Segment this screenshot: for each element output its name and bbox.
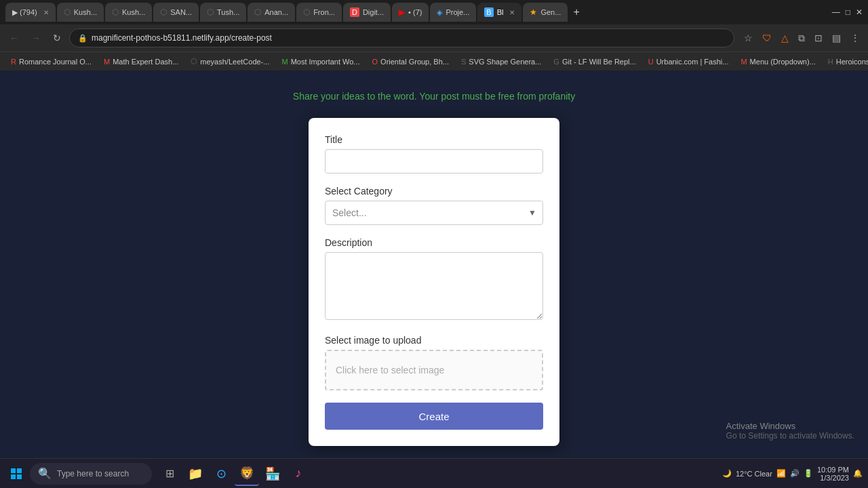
bookmark-label: Math Expert Dash... xyxy=(113,58,178,66)
taskbar-start xyxy=(5,463,27,485)
bookmark-urbanic[interactable]: U Urbanic.com | Fashi... xyxy=(643,54,734,69)
address-text: magnificent-pothos-b51811.netlify.app/cr… xyxy=(92,33,272,43)
brave-shield-icon[interactable]: 🛡 xyxy=(760,30,774,46)
tab-gh4[interactable]: ⬡ Tush... xyxy=(200,3,246,22)
bookmark-important[interactable]: M Most Important Wo... xyxy=(276,54,365,69)
description-group: Description xyxy=(325,237,543,323)
taskbar-view-button[interactable]: ⊞ xyxy=(157,462,182,486)
bookmark-svg[interactable]: S SVG Shape Genera... xyxy=(456,54,547,69)
taskbar-music-button[interactable]: ♪ xyxy=(286,462,311,486)
minimize-icon[interactable]: — xyxy=(832,7,840,17)
extensions-icon[interactable]: ⧉ xyxy=(795,30,808,47)
forward-button[interactable]: → xyxy=(27,30,45,46)
category-group: Select Category Select... ▼ xyxy=(325,186,543,225)
bookmark-leet[interactable]: ⬡ meyash/LeetCode-... xyxy=(185,54,275,69)
tab-label: SAN... xyxy=(170,8,192,16)
youtube-icon: ▶ xyxy=(399,7,405,17)
bookmark-romance[interactable]: R Romance Journal O... xyxy=(5,54,97,69)
tab-bl-active[interactable]: B Bl ✕ xyxy=(477,3,521,22)
category-select[interactable]: Select... xyxy=(325,201,543,225)
tab-gh1[interactable]: ⬡ Kush... xyxy=(57,3,104,22)
create-post-form: Title Select Category Select... ▼ Descri… xyxy=(309,118,559,446)
tab-label: Kush... xyxy=(122,8,145,16)
volume-icon[interactable]: 🔊 xyxy=(790,469,800,478)
network-icon[interactable]: 📶 xyxy=(776,469,786,478)
image-label: Select image to upload xyxy=(325,335,543,346)
tab-label: • (7) xyxy=(408,8,422,16)
sidebar-icon[interactable]: ▤ xyxy=(829,30,844,46)
music-icon: ♪ xyxy=(296,466,302,481)
bookmark-git[interactable]: G Git - LF Will Be Repl... xyxy=(548,54,641,69)
activate-windows-watermark: Activate Windows Go to Settings to activ… xyxy=(726,421,854,441)
svg-rect-2 xyxy=(11,474,16,479)
edge-icon: ⊙ xyxy=(216,466,226,481)
bookmark-heroicons[interactable]: H Heroicons xyxy=(823,54,868,69)
svg-rect-1 xyxy=(17,468,22,473)
taskbar-explorer-button[interactable]: 📁 xyxy=(183,462,208,486)
tab-close-icon[interactable]: ✕ xyxy=(43,9,49,16)
menu-icon[interactable]: ⋮ xyxy=(848,30,863,46)
bookmark-oriental[interactable]: O Oriental Group, Bh... xyxy=(367,54,454,69)
new-tab-button[interactable]: + xyxy=(569,6,583,18)
tab-gh5[interactable]: ⬡ Anan... xyxy=(248,3,295,22)
description-textarea[interactable] xyxy=(325,252,543,320)
tab-proj[interactable]: ◈ Proje... xyxy=(430,3,476,22)
windows-start-button[interactable] xyxy=(5,463,27,485)
tab-label: ▶ (794) xyxy=(12,8,37,17)
maximize-icon[interactable]: □ xyxy=(846,7,850,17)
activate-windows-subtitle: Go to Settings to activate Windows. xyxy=(726,431,854,441)
taskbar-brave-button[interactable]: 🦁 xyxy=(235,462,259,486)
address-bar[interactable]: 🔒 magnificent-pothos-b51811.netlify.app/… xyxy=(69,28,734,47)
profile-icon[interactable]: ⊡ xyxy=(812,30,825,46)
tab-yt2[interactable]: ▶ • (7) xyxy=(392,3,429,22)
page-tagline: Share your ideas to the word. Your post … xyxy=(293,91,575,102)
bookmark-menu[interactable]: M Menu (Dropdown)... xyxy=(735,54,821,69)
taskbar-date-text: 1/3/2023 xyxy=(820,474,849,482)
bookmark-favicon-menu: M xyxy=(741,58,747,66)
bookmark-favicon-svg: S xyxy=(461,58,466,66)
notification-icon[interactable]: 🔔 xyxy=(853,469,863,478)
moon-icon: 🌙 xyxy=(722,469,732,478)
back-button[interactable]: ← xyxy=(5,30,23,46)
brave-rewards-icon[interactable]: △ xyxy=(778,30,791,46)
tab-gh6[interactable]: ⬡ Fron... xyxy=(296,3,342,22)
bookmark-label: Heroicons xyxy=(836,58,868,66)
github-icon: ⬡ xyxy=(207,7,214,17)
taskbar-search-box[interactable]: 🔍 Type here to search xyxy=(30,463,152,485)
create-button[interactable]: Create xyxy=(325,403,543,430)
tab-close-active-icon[interactable]: ✕ xyxy=(509,9,515,16)
battery-icon[interactable]: 🔋 xyxy=(804,469,813,478)
taskbar-store-button[interactable]: 🏪 xyxy=(260,462,285,486)
image-upload-area[interactable]: Click here to select image xyxy=(325,350,543,390)
tab-label: Digit... xyxy=(363,8,384,16)
bookmark-star-icon[interactable]: ☆ xyxy=(741,30,755,46)
bookmark-label: Menu (Dropdown)... xyxy=(750,58,816,66)
taskbar-search-text: Type here to search xyxy=(57,469,129,479)
svg-rect-3 xyxy=(17,474,22,479)
tab-gh2[interactable]: ⬡ Kush... xyxy=(105,3,152,22)
bookmark-favicon-git: G xyxy=(553,58,559,66)
tab-window-controls: — □ ✕ xyxy=(832,7,863,17)
tab-gh3[interactable]: ⬡ SAN... xyxy=(153,3,199,22)
taskbar-clock[interactable]: 10:09 PM 1/3/2023 xyxy=(817,466,849,482)
tab-label: Tush... xyxy=(217,8,239,16)
bookmark-label: Most Important Wo... xyxy=(291,58,360,66)
svg-rect-0 xyxy=(11,468,16,473)
title-input[interactable] xyxy=(325,149,543,174)
tab-digit[interactable]: D Digit... xyxy=(343,3,391,22)
bookmark-math[interactable]: M Math Expert Dash... xyxy=(98,54,184,69)
taskbar-system-tray: 🌙 12°C Clear 📶 🔊 🔋 10:09 PM 1/3/2023 🔔 xyxy=(722,466,863,482)
bl-icon: B xyxy=(484,7,493,17)
category-select-wrapper: Select... ▼ xyxy=(325,201,543,225)
refresh-button[interactable]: ↻ xyxy=(49,30,65,46)
tab-label: Gen... xyxy=(540,8,561,16)
taskbar-edge-button[interactable]: ⊙ xyxy=(209,462,233,486)
digit-icon: D xyxy=(350,7,359,17)
bookmark-label: Git - LF Will Be Repl... xyxy=(562,58,636,66)
tab-label: Anan... xyxy=(264,8,288,16)
bookmark-label: Oriental Group, Bh... xyxy=(380,58,449,66)
explorer-icon: 📁 xyxy=(188,466,203,481)
close-icon[interactable]: ✕ xyxy=(856,7,863,17)
tab-youtube[interactable]: ▶ (794) ✕ xyxy=(5,3,56,22)
tab-gen[interactable]: ★ Gen... xyxy=(523,3,568,22)
